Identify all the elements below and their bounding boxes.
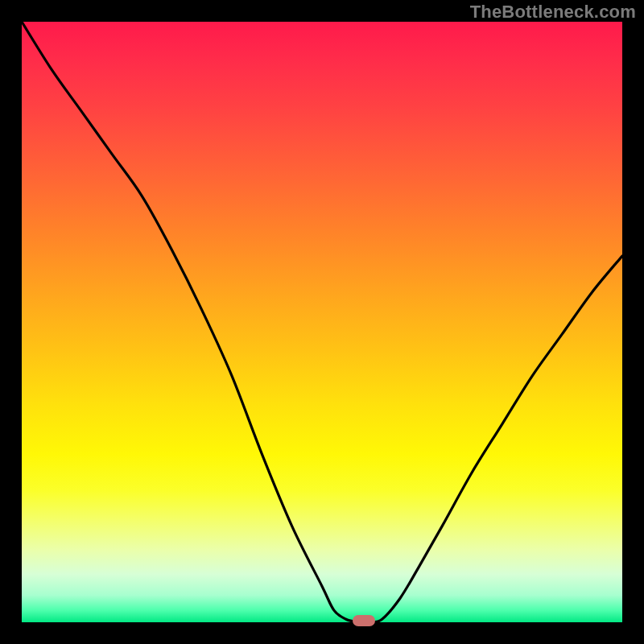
bottleneck-curve: [22, 22, 622, 622]
minimum-marker: [353, 615, 375, 626]
watermark-text: TheBottleneck.com: [470, 2, 636, 23]
chart-frame: TheBottleneck.com: [0, 0, 644, 644]
plot-area: [22, 22, 622, 622]
